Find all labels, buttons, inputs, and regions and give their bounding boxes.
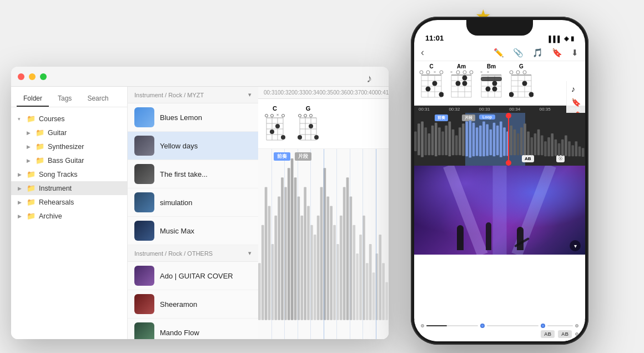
expand-icon[interactable]: ▾	[248, 250, 251, 257]
svg-rect-69	[379, 235, 381, 320]
time-marker: 00:34	[305, 90, 319, 96]
svg-rect-136	[421, 122, 424, 157]
svg-rect-51	[320, 187, 323, 320]
chevron-right-icon: ▶	[18, 172, 23, 177]
svg-rect-34	[265, 187, 268, 320]
phone-time-marker: 00:35	[540, 107, 551, 112]
tab-tags[interactable]: Tags	[51, 91, 78, 107]
svg-point-26	[304, 115, 307, 117]
ab-dot	[575, 332, 578, 336]
svg-rect-143	[445, 126, 447, 155]
list-item[interactable]: Yellow days	[128, 132, 258, 160]
svg-rect-170	[537, 130, 540, 155]
folder-icon: 📁	[36, 142, 44, 151]
svg-rect-47	[307, 206, 310, 320]
list-item[interactable]: Ado | GUITAR COVER	[128, 262, 258, 290]
svg-point-28	[298, 135, 302, 140]
time-marker: 00:33	[291, 90, 305, 96]
tab-search[interactable]: Search	[80, 91, 115, 107]
sidebar-tree: ▾ 📁 Courses ▶ 📁 Guitar ▶ 📁 Synthesizer	[11, 107, 127, 227]
progress-dot-start	[421, 324, 424, 327]
svg-point-102	[456, 81, 461, 86]
svg-rect-57	[340, 216, 343, 320]
song-title: Mando Flow	[160, 329, 199, 337]
phone-chord-am: Am ×	[447, 63, 475, 103]
expand-button[interactable]: ▾	[570, 240, 581, 251]
svg-point-118	[492, 87, 497, 92]
music-note-icon[interactable]: 🎵	[532, 48, 543, 58]
song-thumbnail	[134, 294, 154, 314]
progress-dot-end	[541, 324, 545, 328]
phone-chord-g: G	[507, 63, 535, 103]
svg-rect-180	[571, 145, 574, 156]
folder-icon: 📁	[27, 115, 36, 123]
sidebar-item-archive[interactable]: ▶ 📁 Archive	[11, 209, 127, 223]
sidebar-item-courses[interactable]: ▾ 📁 Courses	[11, 112, 127, 126]
song-title: simulation	[160, 198, 193, 207]
chevron-right-icon: ▶	[27, 158, 32, 163]
svg-rect-181	[575, 141, 578, 156]
note-icon[interactable]: ♪	[571, 84, 581, 93]
svg-point-10	[271, 115, 274, 117]
myzt-header-label: Instrument / Rock / MYZT	[134, 92, 204, 98]
minimize-button[interactable]	[29, 73, 36, 80]
chord-diagram-c: ×	[264, 113, 286, 142]
svg-point-81	[420, 71, 423, 74]
sidebar-item-guitar[interactable]: ▶ 📁 Guitar	[11, 126, 127, 140]
folder-icon: 📁	[27, 212, 36, 220]
back-button[interactable]: ‹	[421, 47, 424, 58]
status-time: 11:01	[425, 34, 444, 42]
performer-silhouette-3	[517, 227, 524, 250]
phone-toolbar-top: ‹ ✏️ 📎 🎵 🔖 ⬇	[414, 44, 585, 61]
svg-point-29	[309, 124, 313, 128]
svg-rect-152	[476, 127, 479, 156]
svg-rect-147	[459, 127, 461, 155]
maximize-button[interactable]	[40, 73, 47, 80]
progress-track-right[interactable]	[487, 325, 539, 326]
phone-time-marker: 00:34	[509, 107, 520, 112]
close-button[interactable]	[18, 73, 24, 80]
brush-icon[interactable]: ✏️	[494, 48, 504, 58]
list-item[interactable]: Music Max	[128, 217, 258, 245]
expand-icon[interactable]: ▾	[248, 91, 251, 98]
synthesizer-label: Synthesizer	[48, 143, 84, 151]
progress-track-post[interactable]	[547, 325, 573, 326]
svg-rect-168	[530, 137, 533, 155]
svg-text:×: ×	[276, 113, 279, 117]
progress-track[interactable]	[426, 325, 478, 326]
tab-folder[interactable]: Folder	[17, 91, 49, 107]
list-item[interactable]: Mando Flow	[128, 319, 258, 339]
phone-time-marker: 00:32	[449, 107, 460, 112]
performer-silhouette-1	[457, 225, 464, 250]
bookmark-icon[interactable]: 🔖	[552, 48, 562, 58]
svg-rect-173	[547, 137, 550, 156]
performer-silhouette-2	[486, 222, 491, 250]
status-icons: ▌▌▌ ◈ ▮	[549, 35, 574, 42]
svg-rect-134	[414, 131, 417, 151]
ab-btn-2[interactable]: AB	[558, 330, 572, 338]
sidebar-item-song-tracks[interactable]: ▶ 📁 Song Tracks	[11, 167, 127, 181]
sidebar-item-rehearsals[interactable]: ▶ 📁 Rehearsals	[11, 195, 127, 209]
svg-rect-50	[317, 216, 320, 320]
svg-point-117	[486, 87, 491, 92]
song-tracks-label: Song Tracks	[39, 171, 77, 178]
list-item[interactable]: The first take...	[128, 160, 258, 188]
list-item[interactable]: Blues Lemon	[128, 103, 258, 132]
phone-chord-area: C ×	[414, 61, 585, 106]
sidebar-item-bass-guitar[interactable]: ▶ 📁 Bass Guitar	[11, 153, 127, 167]
svg-rect-169	[534, 133, 537, 155]
svg-rect-139	[431, 126, 434, 155]
ab-btn-1[interactable]: AB	[541, 330, 555, 338]
svg-rect-46	[304, 187, 306, 320]
sidebar-item-synthesizer[interactable]: ▶ 📁 Synthesizer	[11, 140, 127, 153]
paperclip-icon[interactable]: 📎	[513, 48, 524, 58]
svg-point-30	[314, 135, 319, 140]
list-item[interactable]: simulation	[128, 188, 258, 217]
list-item[interactable]: Sheeramon	[128, 290, 258, 319]
bookmark-side-icon[interactable]: 🔖	[571, 98, 581, 107]
download-icon[interactable]: ⬇	[571, 48, 578, 58]
section-label-verse: 片段	[295, 152, 311, 161]
sidebar-item-instrument[interactable]: ▶ 📁 Instrument	[11, 181, 127, 195]
time-marker: 00:41	[375, 90, 389, 96]
svg-text:×: ×	[434, 69, 436, 74]
